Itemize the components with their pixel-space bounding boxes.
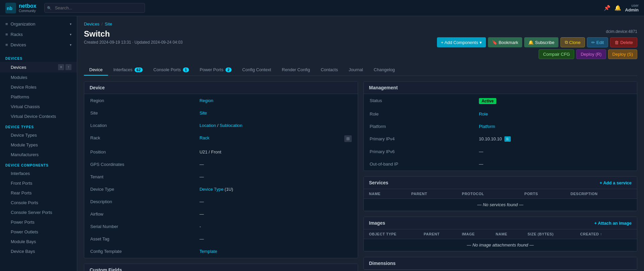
sidebar-item-power-outlets[interactable]: Power Outlets: [0, 227, 77, 237]
module-bays-label: Module Bays: [11, 239, 36, 244]
compair-cfg-button[interactable]: Compair CFG: [539, 49, 574, 59]
chevron-down-icon: ▾: [70, 22, 71, 26]
field-label-gps: GPS Coordinates: [85, 159, 193, 170]
location-link[interactable]: Location: [199, 123, 216, 128]
pin-icon[interactable]: 📌: [604, 5, 610, 11]
clone-label: Clone: [569, 40, 581, 45]
sidebar-item-front-ports[interactable]: Front Ports: [0, 178, 77, 188]
sublocation-link[interactable]: Sublocation: [219, 123, 242, 128]
field-value-role: Role: [474, 108, 636, 120]
region-link[interactable]: Region: [199, 98, 213, 103]
field-label-serial: Serial Number: [85, 221, 193, 232]
field-value-device-type: Device Type (1U): [194, 183, 357, 195]
tab-journal[interactable]: Journal: [343, 64, 368, 76]
attach-image-link[interactable]: + Attach an image: [594, 221, 632, 226]
breadcrumb-site[interactable]: Site: [105, 21, 112, 27]
col-image: IMAGE: [456, 229, 490, 239]
sidebar-item-virtual-device-contexts[interactable]: Virtual Device Contexts: [0, 111, 77, 121]
add-service-link[interactable]: + Add a service: [600, 180, 632, 185]
sidebar-item-console-server-ports[interactable]: Console Server Ports: [0, 208, 77, 217]
sidebar-item-interfaces[interactable]: Interfaces: [0, 169, 77, 178]
sidebar-item-device-types[interactable]: Device Types: [0, 130, 77, 140]
bookmark-button[interactable]: 🔖 Bookmark: [488, 37, 523, 47]
devices-actions: + ↑: [58, 64, 71, 70]
sidebar-item-modules[interactable]: Modules: [0, 73, 77, 82]
ipv4-value: 10.10.10.10: [479, 136, 502, 141]
deploy-s-button[interactable]: Deploy (S): [608, 49, 637, 59]
table-row: Platform Platform: [364, 121, 637, 132]
management-card-body: Status Active Role Role: [364, 94, 637, 171]
sidebar-item-module-types[interactable]: Module Types: [0, 140, 77, 150]
sidebar-item-device-bays[interactable]: Device Bays: [0, 246, 77, 256]
field-label-platform: Platform: [364, 121, 473, 132]
site-link[interactable]: Site: [199, 110, 207, 116]
subscribe-button[interactable]: 🔔 Subscribe: [524, 37, 558, 47]
sidebar-item-organization[interactable]: ≡Organization ▾: [0, 19, 77, 29]
device-bays-label: Device Bays: [11, 249, 35, 254]
search-bar[interactable]: [44, 3, 145, 13]
tab-changelog[interactable]: Changelog: [368, 64, 400, 76]
tab-contacts[interactable]: Contacts: [315, 64, 343, 76]
delete-button[interactable]: 🗑 Delete: [610, 37, 637, 47]
dimensions-card-header: Dimensions: [364, 257, 637, 270]
search-input[interactable]: [44, 3, 145, 13]
breadcrumb-devices[interactable]: Devices: [84, 21, 99, 27]
device-card: Device Region Region Site Site: [84, 81, 358, 258]
field-value-position: U21 / Front: [194, 146, 357, 158]
device-type-link[interactable]: Device Type: [199, 187, 223, 192]
sidebar-item-device-roles[interactable]: Device Roles: [0, 82, 77, 92]
sidebar-item-devices-nav[interactable]: ≡Devices ▾: [0, 40, 77, 50]
table-row: Site Site: [85, 107, 357, 119]
sidebar-item-rear-ports[interactable]: Rear Ports: [0, 188, 77, 198]
table-row: Serial Number -: [85, 221, 357, 232]
tab-device[interactable]: Device: [84, 64, 108, 76]
sidebar-nav-section: ≡Organization ▾ ≡Racks ▾ ≡Devices ▾: [0, 16, 77, 53]
tab-interfaces[interactable]: Interfaces 62: [108, 64, 148, 76]
delete-icon: 🗑: [614, 40, 619, 45]
table-row: Airflow —: [85, 208, 357, 220]
sidebar-item-console-ports[interactable]: Console Ports: [0, 198, 77, 208]
rack-view-button[interactable]: ⊞: [344, 135, 352, 142]
add-components-button[interactable]: + Add Components ▾: [437, 37, 486, 47]
field-value-gps: —: [194, 159, 357, 170]
field-label-rack: Rack: [85, 132, 193, 145]
clone-button[interactable]: ⧉ Clone: [560, 37, 585, 47]
devices-import-button[interactable]: ↑: [65, 64, 71, 70]
copy-ip-button[interactable]: ⎘: [504, 136, 511, 142]
sidebar-item-power-ports[interactable]: Power Ports: [0, 217, 77, 227]
tab-config-context[interactable]: Config Context: [237, 64, 277, 76]
devices-add-button[interactable]: +: [58, 64, 64, 70]
role-link[interactable]: Role: [479, 111, 488, 117]
platform-link[interactable]: Platform: [479, 124, 495, 129]
field-value-tenant: —: [194, 171, 357, 183]
sidebar-item-racks[interactable]: ≡Racks ▾: [0, 29, 77, 40]
bell-icon[interactable]: 🔔: [614, 5, 621, 11]
edit-button[interactable]: ✏ Edit: [587, 37, 608, 47]
field-label-location: Location: [85, 120, 193, 131]
no-images-message: — No image attachments found —: [364, 239, 637, 251]
left-column: Device Region Region Site Site: [84, 81, 358, 271]
col-parent: PARENT: [418, 229, 456, 239]
device-card-header: Device: [84, 82, 358, 94]
table-row: Role Role: [364, 108, 637, 120]
device-roles-label: Device Roles: [11, 85, 37, 90]
field-value-primary-ipv4: 10.10.10.10 ⎘: [474, 133, 636, 145]
col-description: DESCRIPTION: [565, 189, 637, 199]
sidebar-item-platforms[interactable]: Platforms: [0, 92, 77, 102]
rack-link[interactable]: Rack: [199, 135, 209, 140]
sidebar-item-manufacturers[interactable]: Manufacturers: [0, 150, 77, 160]
user-menu[interactable]: user Admin: [625, 3, 639, 12]
sidebar-item-devices[interactable]: Devices + ↑: [0, 62, 77, 73]
tab-render-config[interactable]: Render Config: [277, 64, 315, 76]
tab-power-ports[interactable]: Power Ports 2: [194, 64, 237, 76]
deploy-r-button[interactable]: Deploy (R): [576, 49, 606, 59]
sidebar-item-module-bays[interactable]: Module Bays: [0, 237, 77, 246]
module-types-label: Module Types: [11, 142, 38, 147]
config-template-link[interactable]: Template: [199, 249, 217, 254]
services-card-header: Services + Add a service: [364, 177, 637, 189]
tab-console-ports[interactable]: Console Ports 1: [148, 64, 194, 76]
sidebar-item-virtual-chassis[interactable]: Virtual Chassis: [0, 102, 77, 111]
device-components-category: DEVICE COMPONENTS: [0, 160, 77, 169]
field-value-primary-ipv6: —: [474, 146, 636, 157]
services-card-title: Services: [369, 180, 389, 185]
